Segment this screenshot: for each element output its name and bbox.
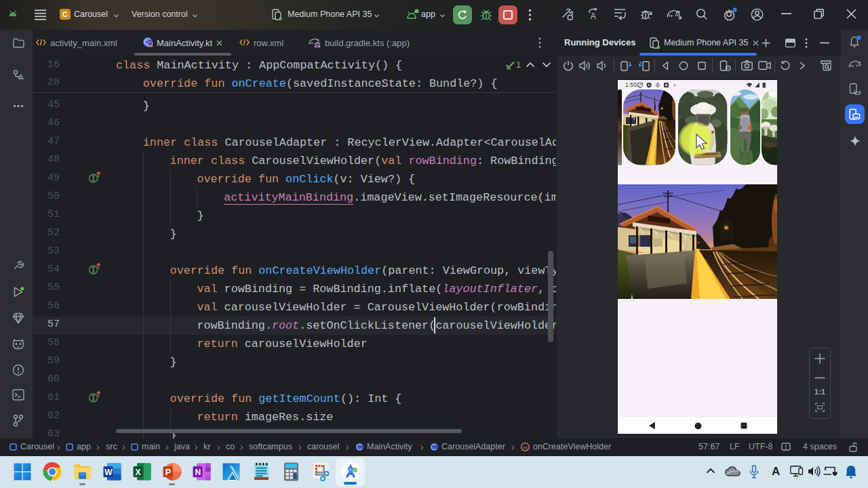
svg-text:N: N [195, 468, 201, 477]
svg-text:m: m [523, 445, 528, 451]
svg-text:P: P [165, 468, 171, 477]
svg-text:X: X [136, 468, 141, 477]
svg-text:W: W [104, 468, 113, 477]
svg-text:A: A [591, 12, 597, 21]
